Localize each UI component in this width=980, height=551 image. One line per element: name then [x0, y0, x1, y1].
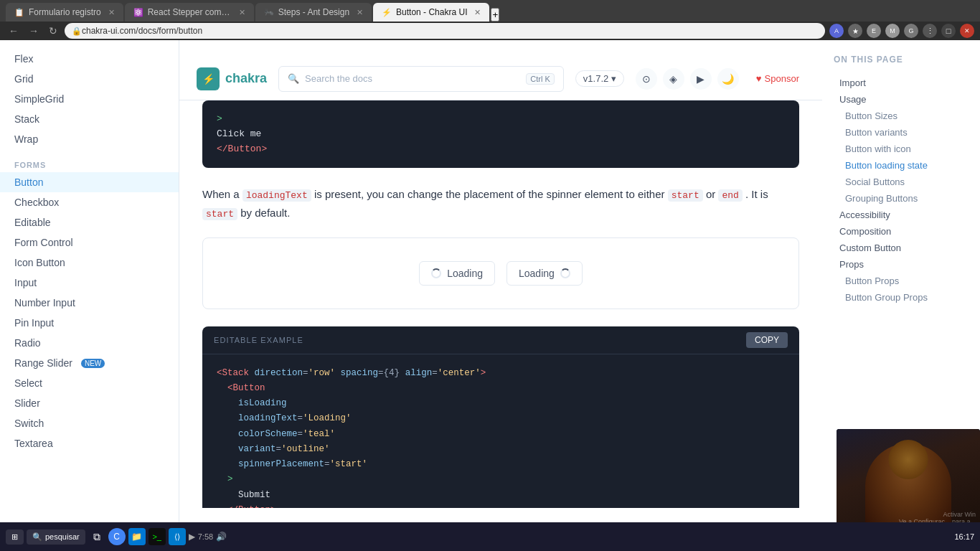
- sidebar-item-flex[interactable]: Flex: [0, 49, 179, 69]
- sidebar-item-pin-input[interactable]: Pin Input: [0, 313, 179, 333]
- logo-text: chakra: [225, 71, 267, 86]
- tab-close[interactable]: ✕: [357, 8, 363, 17]
- extension-icon-1[interactable]: E: [867, 24, 881, 38]
- tab-close[interactable]: ✕: [108, 8, 115, 17]
- loading-button-start[interactable]: Loading: [419, 261, 495, 286]
- media-controls: ▶ 7:58 🔊: [189, 532, 227, 542]
- tab-icon: 📋: [14, 8, 24, 17]
- tab-mui[interactable]: ⚛️ React Stepper component - MUI ✕: [125, 3, 254, 22]
- toc-button-group-props[interactable]: Button Group Props: [834, 289, 969, 306]
- taskbar-task-view[interactable]: ⧉: [88, 528, 105, 545]
- spinner-icon-end: [560, 268, 570, 278]
- sidebar-item-input[interactable]: Input: [0, 273, 179, 293]
- taskbar-start-button[interactable]: ⊞: [6, 529, 24, 545]
- video-overlay: Activar Win Ve a Configurac... para a...: [837, 429, 980, 529]
- extension-icon-3[interactable]: G: [904, 24, 918, 38]
- tab-close[interactable]: ✕: [239, 8, 245, 17]
- sidebar-item-stack[interactable]: Stack: [0, 109, 179, 129]
- sponsor-button[interactable]: ♥ Sponsor: [750, 70, 805, 87]
- toc-composition[interactable]: Composition: [834, 223, 969, 240]
- toc-button-props[interactable]: Button Props: [834, 273, 969, 289]
- tab-close[interactable]: ✕: [474, 8, 481, 17]
- toc-button-loading-state[interactable]: Button loading state: [834, 157, 969, 174]
- forward-button[interactable]: →: [26, 24, 42, 38]
- code-line-3: </Button>: [217, 142, 785, 157]
- tab-icon: ⚡: [382, 8, 392, 17]
- bookmark-icon[interactable]: ★: [848, 24, 862, 38]
- sidebar-item-radio[interactable]: Radio: [0, 333, 179, 353]
- address-icon: 🔒: [72, 27, 82, 36]
- back-button[interactable]: ←: [6, 24, 22, 38]
- sidebar-item-icon-button[interactable]: Icon Button: [0, 253, 179, 273]
- toc-import[interactable]: Import: [834, 75, 969, 91]
- sidebar-item-checkbox[interactable]: Checkbox: [0, 192, 179, 212]
- code-line: <Stack direction='row' spacing={4} align…: [217, 366, 785, 381]
- sidebar-item-number-input[interactable]: Number Input: [0, 293, 179, 313]
- taskbar-terminal-icon[interactable]: >_: [149, 528, 166, 545]
- close-browser-icon[interactable]: ✕: [960, 24, 974, 38]
- tab-icon: 🐜: [264, 8, 274, 17]
- inline-code-end: end: [718, 189, 742, 202]
- sidebar-item-slider[interactable]: Slider: [0, 393, 179, 413]
- code-line: >: [217, 472, 785, 487]
- sidebar-item-grid[interactable]: Grid: [0, 69, 179, 89]
- spinner-icon: [431, 268, 441, 278]
- toc-button-with-icon[interactable]: Button with icon: [834, 141, 969, 157]
- theme-toggle-icon[interactable]: 🌙: [717, 68, 739, 90]
- address-bar[interactable]: 🔒 chakra-ui.com/docs/form/button: [65, 23, 825, 39]
- prose-loading-text: When a loadingText is present, you can c…: [202, 185, 799, 222]
- sidebar-item-button[interactable]: Button: [0, 172, 179, 192]
- sidebar-item-simplegrid[interactable]: SimpleGrid: [0, 89, 179, 109]
- logo-icon: ⚡: [197, 67, 220, 90]
- sidebar-item-range-slider[interactable]: Range Slider NEW: [0, 353, 179, 373]
- toc-accessibility[interactable]: Accessibility: [834, 207, 969, 223]
- profile-icon[interactable]: A: [829, 24, 844, 38]
- topbar-icons: ⊙ ◈ ▶ 🌙: [636, 68, 739, 90]
- browser-nav: ← → ↻ 🔒 chakra-ui.com/docs/form/button A…: [0, 22, 980, 40]
- toc-props[interactable]: Props: [834, 256, 969, 273]
- menu-icon[interactable]: ⋮: [923, 24, 937, 38]
- github-icon[interactable]: ⊙: [636, 68, 657, 90]
- code-line: loadingText='Loading': [217, 411, 785, 426]
- sidebar-item-textarea[interactable]: Textarea: [0, 433, 179, 453]
- sidebar-item-form-control[interactable]: Form Control: [0, 232, 179, 253]
- tab-label: Formulario registro: [29, 7, 101, 17]
- extension-icon-2[interactable]: M: [885, 24, 900, 38]
- media-sound-button[interactable]: 🔊: [216, 532, 227, 542]
- toc-custom-button[interactable]: Custom Button: [834, 240, 969, 256]
- search-icon: 🔍: [288, 73, 299, 84]
- version-badge[interactable]: v1.7.2 ▾: [575, 70, 624, 87]
- taskbar-search-button[interactable]: 🔍 pesquisar: [27, 529, 85, 545]
- editable-label: EDITABLE EXAMPLE: [214, 336, 303, 344]
- sidebar-item-wrap[interactable]: Wrap: [0, 129, 179, 149]
- editable-example-header: EDITABLE EXAMPLE COPY: [202, 326, 799, 354]
- sidebar-item-editable[interactable]: Editable: [0, 212, 179, 232]
- media-play-button[interactable]: ▶: [189, 532, 195, 542]
- tab-label: Button - Chakra UI: [396, 7, 467, 17]
- search-bar[interactable]: 🔍 Search the docs Ctrl K: [278, 66, 564, 92]
- sidebar-item-select[interactable]: Select: [0, 373, 179, 393]
- toc-usage[interactable]: Usage: [834, 91, 969, 108]
- toc-grouping-buttons[interactable]: Grouping Buttons: [834, 190, 969, 207]
- tab-chakra[interactable]: ⚡ Button - Chakra UI ✕: [373, 3, 489, 22]
- loading-button-end[interactable]: Loading: [507, 261, 583, 286]
- copy-button[interactable]: COPY: [746, 332, 788, 348]
- code-line: isLoading: [217, 396, 785, 411]
- taskbar-chrome-icon[interactable]: C: [108, 528, 126, 545]
- code-line: colorScheme='teal': [217, 427, 785, 442]
- tab-formulario[interactable]: 📋 Formulario registro ✕: [6, 3, 123, 22]
- toc-social-buttons[interactable]: Social Buttons: [834, 174, 969, 190]
- editable-example-block: EDITABLE EXAMPLE COPY <Stack direction='…: [202, 326, 799, 508]
- reload-button[interactable]: ↻: [46, 24, 60, 38]
- new-tab-button[interactable]: +: [491, 8, 499, 22]
- maximize-icon[interactable]: □: [941, 24, 956, 38]
- taskbar-clock: 16:17: [954, 532, 974, 541]
- taskbar-vscode-icon[interactable]: ⟨⟩: [169, 528, 186, 545]
- sidebar-item-switch[interactable]: Switch: [0, 413, 179, 433]
- toc-button-variants[interactable]: Button variants: [834, 124, 969, 141]
- toc-button-sizes[interactable]: Button Sizes: [834, 108, 969, 124]
- taskbar-explorer-icon[interactable]: 📁: [128, 528, 146, 545]
- youtube-icon[interactable]: ▶: [690, 68, 712, 90]
- discord-icon[interactable]: ◈: [663, 68, 684, 90]
- tab-ant[interactable]: 🐜 Steps - Ant Design ✕: [255, 3, 372, 22]
